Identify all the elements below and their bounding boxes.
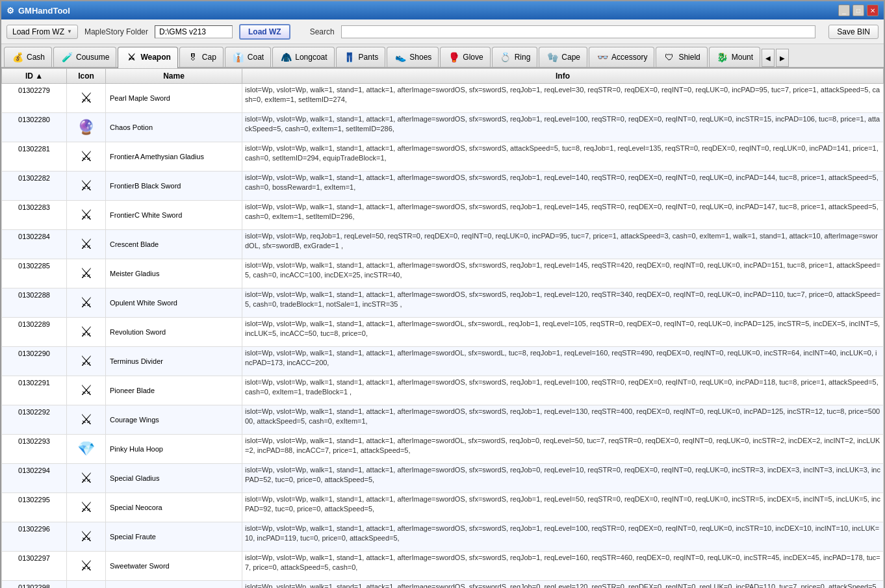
cell-id: 01302280 [2,113,67,142]
close-button[interactable]: ✕ [867,5,879,16]
cell-icon: ⚔ [67,318,106,347]
tab-cape-label: Cape [561,53,580,62]
cell-info: islot=Wp, vslot=Wp, walk=1, stand=1, att… [242,581,884,589]
tab-cape[interactable]: 🧤 Cape [539,47,587,67]
table-row[interactable]: 01302280🔮Chaos Potionislot=Wp, vslot=Wp,… [2,113,884,142]
tab-cap[interactable]: 🎖 Cap [179,47,224,67]
folder-path: D:\GMS v213 [155,25,233,38]
tab-nav-prev[interactable]: ◀ [762,49,775,67]
tab-pants[interactable]: 👖 Pants [336,47,386,67]
cell-name: Revolution Sword [106,318,242,347]
table-row[interactable]: 01302294⚔Special Gladiusislot=Wp, vslot=… [2,464,884,493]
tab-weapon-label: Weapon [140,53,170,62]
tab-consume-label: Cousume [76,53,109,62]
cell-info: islot=Wp, vslot=Wp, walk=1, stand=1, att… [242,288,884,318]
column-header-name: Name [106,69,242,84]
cell-info: islot=Wp, vslot=Wp, walk=1, stand=1, att… [242,318,884,347]
title-bar-controls: _ □ ✕ [838,5,879,16]
tab-coat[interactable]: 👔 Coat [225,47,271,67]
title-bar: ⚙ GMHandTool _ □ ✕ [1,1,884,19]
cell-info: islot=Wp, vslot=Wp, walk=1, stand=1, att… [242,464,884,493]
cell-icon: ⚔ [67,376,106,405]
table-row[interactable]: 01302298⚔Kirito's Swordislot=Wp, vslot=W… [2,581,884,589]
table-row[interactable]: 01302292⚔Courage Wingsislot=Wp, vslot=Wp… [2,405,884,435]
cell-id: 01302296 [2,522,67,552]
table-row[interactable]: 01302297⚔Sweetwater Swordislot=Wp, vslot… [2,552,884,581]
cell-icon: ⚔ [67,552,106,581]
tab-nav-next[interactable]: ▶ [776,49,789,67]
coat-icon: 👔 [232,51,245,64]
table-row[interactable]: 01302283⚔FrontierC White Swordislot=Wp, … [2,201,884,230]
table-row[interactable]: 01302288⚔Opulent White Swordislot=Wp, vs… [2,288,884,318]
cell-icon: ⚔ [67,464,106,493]
cell-icon: 💎 [67,435,106,464]
cell-id: 01302279 [2,84,67,113]
tab-shoes[interactable]: 👟 Shoes [387,47,439,67]
table-row[interactable]: 01302284⚔Crescent Bladeislot=Wp, vslot=W… [2,230,884,259]
table-row[interactable]: 01302279⚔Pearl Maple Swordislot=Wp, vslo… [2,84,884,113]
cell-icon: ⚔ [67,259,106,288]
cell-name: Crescent Blade [106,230,242,259]
cell-icon: ⚔ [67,347,106,376]
column-header-info: Info [242,69,884,84]
table-row[interactable]: 01302285⚔Meister Gladiusislot=Wp, vslot=… [2,259,884,288]
tab-accessory[interactable]: 👓 Accessory [589,47,654,67]
tab-coat-label: Coat [248,53,264,62]
cap-icon: 🎖 [186,51,199,64]
cell-info: islot=Wp, vslot=Wp, walk=1, stand=1, att… [242,552,884,581]
cell-name: FrontierB Black Sword [106,172,242,201]
pants-icon: 👖 [343,51,356,64]
cell-name: Meister Gladius [106,259,242,288]
content-area: ID ▲ Icon Name Info 01302279⚔Pearl Maple… [1,68,884,588]
table-row[interactable]: 01302289⚔Revolution Swordislot=Wp, vslot… [2,318,884,347]
item-icon: ⚔ [73,85,99,111]
search-input[interactable] [341,25,816,38]
cell-info: islot=Wp, vslot=Wp, walk=1, stand=1, att… [242,493,884,522]
item-icon: ⚔ [73,290,99,316]
table-row[interactable]: 01302290⚔Terminus Dividerislot=Wp, vslot… [2,347,884,376]
table-row[interactable]: 01302296⚔Special Frauteislot=Wp, vslot=W… [2,522,884,552]
item-icon: ⚔ [73,348,99,374]
item-icon: ⚔ [73,173,99,199]
table-row[interactable]: 01302281⚔FrontierA Amethysian Gladiusisl… [2,142,884,172]
table-row[interactable]: 01302293💎Pinky Hula Hoopislot=Wp, vslot=… [2,435,884,464]
tab-cash-label: Cash [27,53,45,62]
table-row[interactable]: 01302282⚔FrontierB Black Swordislot=Wp, … [2,172,884,201]
cell-icon: ⚔ [67,405,106,435]
title-bar-left: ⚙ GMHandTool [6,6,70,16]
tab-glove[interactable]: 🥊 Glove [440,47,490,67]
load-wz-button[interactable]: Load WZ [239,24,290,40]
cell-icon: ⚔ [67,288,106,318]
tab-weapon[interactable]: ⚔ Weapon [118,47,177,68]
tab-longcoat[interactable]: 🧥 Longcoat [272,47,334,67]
tab-longcoat-label: Longcoat [295,53,327,62]
consume-icon: 🧪 [60,51,73,64]
tab-consume[interactable]: 🧪 Cousume [53,47,116,67]
shield-icon: 🛡 [663,51,676,64]
save-bin-button[interactable]: Save BIN [828,25,879,39]
cell-name: Special Neocora [106,493,242,522]
tabs-bar: 💰 Cash 🧪 Cousume ⚔ Weapon 🎖 Cap 👔 Coat 🧥… [1,44,884,68]
cell-icon: ⚔ [67,230,106,259]
cell-id: 01302283 [2,201,67,230]
tab-ring-label: Ring [515,53,531,62]
tab-mount[interactable]: 🐉 Mount [709,47,760,67]
item-icon: ⚔ [73,202,99,228]
table-row[interactable]: 01302291⚔Pioneer Bladeislot=Wp, vslot=Wp… [2,376,884,405]
tab-shield[interactable]: 🛡 Shield [656,47,707,67]
table-container[interactable]: ID ▲ Icon Name Info 01302279⚔Pearl Maple… [1,68,884,588]
table-row[interactable]: 01302295⚔Special Neocoraislot=Wp, vslot=… [2,493,884,522]
minimize-button[interactable]: _ [838,5,850,16]
cell-icon: ⚔ [67,493,106,522]
cell-id: 01302291 [2,376,67,405]
dropdown-arrow-icon: ▼ [67,29,72,34]
cell-name: Opulent White Sword [106,288,242,318]
maximize-button[interactable]: □ [853,5,864,16]
load-from-button[interactable]: Load From WZ ▼ [6,25,78,39]
column-header-id[interactable]: ID ▲ [2,69,67,84]
cell-icon: ⚔ [67,201,106,230]
tab-ring[interactable]: 💍 Ring [492,47,538,67]
tab-glove-label: Glove [463,53,483,62]
mount-icon: 🐉 [716,51,729,64]
tab-cash[interactable]: 💰 Cash [4,47,52,67]
